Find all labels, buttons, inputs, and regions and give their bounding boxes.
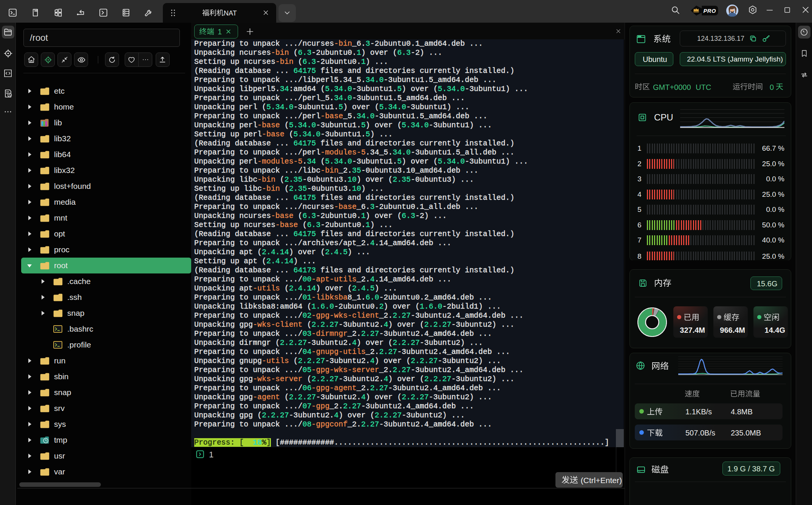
svg-text:PRO: PRO: [703, 8, 716, 14]
